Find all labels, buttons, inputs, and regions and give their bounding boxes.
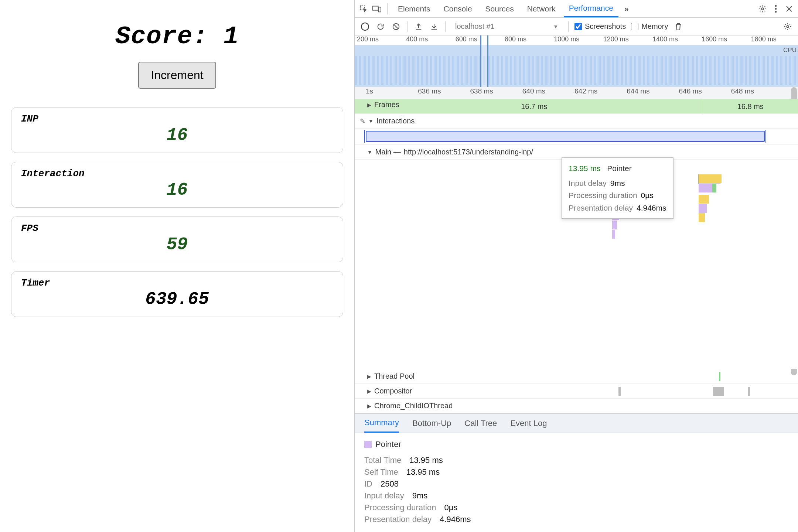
flame-stack[interactable]	[699, 174, 722, 222]
bottom-tabs: Summary Bottom-Up Call Tree Event Log	[355, 414, 798, 433]
child-io-thread-track[interactable]: ▶Chrome_ChildIOThread	[355, 399, 798, 413]
summary-v: 9ms	[412, 491, 428, 501]
overview-ruler: 200 ms 400 ms 600 ms 800 ms 1000 ms 1200…	[355, 35, 798, 45]
overview-tick: 800 ms	[502, 35, 552, 45]
gear-icon[interactable]	[757, 4, 768, 14]
tooltip-time: 13.95 ms	[569, 164, 600, 173]
overview-tick: 1800 ms	[749, 35, 798, 45]
card-inp-value: 16	[21, 125, 333, 145]
detail-tick: 638 ms	[470, 87, 522, 99]
overview-activity-strip	[355, 56, 798, 85]
thread-pool-track[interactable]: ▶Thread Pool	[355, 369, 798, 384]
score-label: Score:	[115, 22, 224, 51]
summary-v: 0µs	[444, 503, 457, 512]
score-value: 1	[224, 22, 239, 51]
overview-cpu-label: CPU	[783, 47, 797, 54]
thread-pool-label: Thread Pool	[374, 372, 415, 381]
tab-elements[interactable]: Elements	[393, 0, 436, 17]
compositor-track[interactable]: ▶Compositor	[355, 384, 798, 399]
overview-tick: 1000 ms	[552, 35, 601, 45]
summary-k: Input delay	[364, 491, 404, 501]
tab-sources[interactable]: Sources	[480, 0, 519, 17]
card-interaction-value: 16	[21, 180, 333, 200]
capture-settings-gear-icon[interactable]	[782, 21, 793, 32]
screenshots-checkbox-input[interactable]	[574, 23, 582, 30]
memory-checkbox[interactable]: Memory	[631, 22, 668, 31]
upload-profile-button[interactable]	[413, 21, 424, 32]
summary-k: ID	[364, 479, 372, 489]
tab-console[interactable]: Console	[439, 0, 477, 17]
overview-tick: 1200 ms	[601, 35, 650, 45]
overview-tick: 200 ms	[355, 35, 404, 45]
detail-timeline: 1s 636 ms 638 ms 640 ms 642 ms 644 ms 64…	[355, 87, 798, 414]
close-devtools-icon[interactable]	[784, 4, 794, 14]
overview-selection-handle[interactable]	[480, 35, 488, 87]
reload-record-button[interactable]	[375, 21, 386, 32]
btab-summary[interactable]: Summary	[364, 414, 399, 433]
summary-k: Processing duration	[364, 503, 436, 512]
flame-sliver	[618, 387, 621, 396]
overview-tick: 1600 ms	[699, 35, 748, 45]
triangle-down-icon: ▼	[367, 149, 372, 155]
triangle-right-icon: ▶	[367, 374, 371, 379]
tooltip-event: Pointer	[607, 164, 632, 173]
btab-call-tree[interactable]: Call Tree	[464, 414, 497, 433]
triangle-down-icon: ▼	[368, 118, 374, 124]
memory-checkbox-input[interactable]	[631, 23, 638, 30]
triangle-right-icon: ▶	[367, 388, 371, 394]
kebab-menu-icon[interactable]	[771, 4, 781, 14]
summary-v: 2508	[381, 479, 399, 489]
chevron-down-icon: ▼	[553, 24, 558, 30]
memory-label: Memory	[641, 22, 668, 31]
device-toggle-icon[interactable]	[372, 4, 382, 14]
inspect-element-icon[interactable]	[358, 4, 369, 14]
tab-performance[interactable]: Performance	[564, 0, 618, 17]
interaction-event-bar[interactable]	[366, 131, 765, 142]
card-interaction-label: Interaction	[21, 168, 333, 179]
summary-v: 13.95 ms	[409, 456, 443, 465]
tooltip-k: Input delay	[569, 179, 607, 187]
flame-sliver	[719, 372, 720, 381]
tooltip-v: 0µs	[641, 191, 654, 200]
overview-timeline[interactable]: 200 ms 400 ms 600 ms 800 ms 1000 ms 1200…	[355, 35, 798, 87]
btab-event-log[interactable]: Event Log	[510, 414, 547, 433]
performance-toolbar: localhost #1 ▼ Screenshots Memory	[355, 18, 798, 35]
frames-track[interactable]: 16.7 ms 16.8 ms ▶ Frames	[355, 99, 798, 114]
more-tabs-button[interactable]: »	[621, 4, 632, 13]
interaction-tooltip: 13.95 ms Pointer Input delay9ms Processi…	[562, 157, 673, 219]
frames-label: Frames	[374, 100, 399, 109]
interactions-track-header[interactable]: ✎ ▼ Interactions	[355, 114, 798, 129]
compositor-label: Compositor	[374, 387, 412, 395]
summary-k: Total Time	[364, 456, 401, 465]
clear-button[interactable]	[391, 21, 401, 32]
card-timer-value: 639.65	[21, 289, 333, 309]
btab-bottom-up[interactable]: Bottom-Up	[412, 414, 451, 433]
summary-v: 4.946ms	[440, 515, 471, 524]
main-thread-flame[interactable]: Task 13.95 ms	[355, 160, 798, 369]
svg-point-6	[775, 11, 777, 13]
card-fps-label: FPS	[21, 223, 333, 234]
summary-panel: Pointer Total Time13.95 ms Self Time13.9…	[355, 433, 798, 532]
download-profile-button[interactable]	[429, 21, 439, 32]
record-button[interactable]	[360, 21, 370, 32]
svg-rect-2	[379, 7, 381, 12]
overview-tick: 1400 ms	[650, 35, 699, 45]
devtools-top-tabs: Elements Console Sources Network Perform…	[355, 0, 798, 18]
flame-sliver	[713, 387, 724, 396]
card-timer: Timer 639.65	[11, 271, 343, 317]
overview-tick: 400 ms	[404, 35, 453, 45]
main-url: http://localhost:5173/understanding-inp/	[404, 148, 533, 156]
card-fps-value: 59	[21, 235, 333, 255]
tab-network[interactable]: Network	[522, 0, 561, 17]
screenshots-checkbox[interactable]: Screenshots	[574, 22, 626, 31]
devtools-panel: Elements Console Sources Network Perform…	[354, 0, 798, 532]
gc-button[interactable]	[673, 21, 683, 32]
interaction-whisker	[765, 130, 766, 143]
summary-v: 13.95 ms	[406, 467, 440, 477]
detail-ruler: 1s 636 ms 638 ms 640 ms 642 ms 644 ms 64…	[355, 87, 798, 99]
increment-button[interactable]: Increment	[138, 62, 216, 89]
interactions-label: Interactions	[376, 117, 415, 125]
summary-swatch	[364, 441, 372, 448]
recording-session-select[interactable]: localhost #1 ▼	[451, 22, 562, 31]
detail-tick: 644 ms	[627, 87, 679, 99]
